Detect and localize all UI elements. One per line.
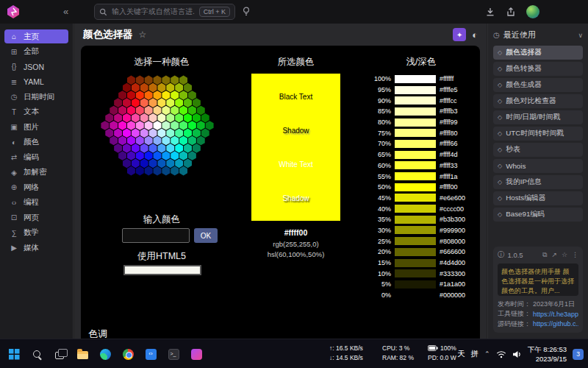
- hex-cell[interactable]: [123, 83, 131, 93]
- hex-cell[interactable]: [201, 113, 209, 123]
- hex-cell[interactable]: [136, 106, 144, 116]
- hex-cell[interactable]: [118, 151, 126, 160]
- hex-cell[interactable]: [184, 144, 192, 153]
- hex-cell[interactable]: [166, 128, 174, 138]
- sidebar-item-color[interactable]: ◐颜色: [4, 135, 68, 149]
- sidebar-item-text[interactable]: T文本: [4, 105, 68, 119]
- hex-cell[interactable]: [149, 128, 157, 138]
- hex-cell[interactable]: [162, 151, 170, 160]
- shade-swatch[interactable]: [395, 216, 436, 224]
- hex-cell[interactable]: [149, 98, 157, 107]
- hex-cell[interactable]: [132, 159, 140, 169]
- shade-swatch[interactable]: [395, 107, 436, 116]
- volume-icon[interactable]: [512, 350, 522, 358]
- shade-swatch[interactable]: [395, 291, 436, 300]
- hex-cell[interactable]: [157, 98, 165, 107]
- shade-swatch[interactable]: [395, 118, 436, 127]
- hex-cell[interactable]: [145, 91, 153, 100]
- hex-cell[interactable]: [140, 113, 148, 123]
- hex-cell[interactable]: [171, 91, 179, 100]
- hex-cell[interactable]: [171, 121, 179, 130]
- app-logo-icon[interactable]: [6, 4, 21, 19]
- shade-swatch[interactable]: [395, 205, 436, 213]
- taskbar-app-edge[interactable]: [95, 343, 115, 365]
- hex-cell[interactable]: [179, 151, 187, 160]
- hex-cell[interactable]: [206, 121, 214, 130]
- taskbar-app-taskview[interactable]: [49, 343, 70, 365]
- hex-cell[interactable]: [127, 136, 135, 146]
- hex-cell[interactable]: [162, 106, 170, 116]
- hex-cell[interactable]: [145, 151, 153, 160]
- recent-item-color-generator[interactable]: ◇颜色生成器: [493, 78, 583, 92]
- more-icon[interactable]: ⋮: [572, 251, 578, 259]
- hidden-icons-chevron[interactable]: ⌃: [484, 350, 490, 358]
- hex-cell[interactable]: [179, 136, 187, 146]
- theme-toggle-icon[interactable]: ◐: [472, 29, 478, 40]
- html5-color-input[interactable]: [123, 265, 201, 275]
- hex-color-picker[interactable]: [97, 72, 218, 179]
- hex-cell[interactable]: [136, 121, 144, 130]
- hex-cell[interactable]: [171, 106, 179, 116]
- shade-swatch[interactable]: [395, 183, 436, 191]
- shade-swatch[interactable]: [395, 129, 436, 137]
- wifi-icon[interactable]: [496, 350, 506, 358]
- shade-swatch[interactable]: [395, 86, 436, 94]
- share-icon[interactable]: [506, 7, 516, 17]
- recent-item-color-picker[interactable]: ◇颜色选择器: [493, 46, 583, 60]
- shade-swatch[interactable]: [395, 161, 436, 169]
- hex-cell[interactable]: [132, 113, 140, 123]
- hex-cell[interactable]: [132, 98, 140, 107]
- hex-cell[interactable]: [162, 121, 170, 130]
- clock[interactable]: 下午 8:26:53 2023/9/15: [528, 344, 567, 364]
- sidebar-item-media[interactable]: ▶媒体: [4, 241, 68, 255]
- shade-swatch[interactable]: [395, 140, 436, 148]
- shade-swatch[interactable]: [395, 280, 436, 289]
- hex-cell[interactable]: [118, 106, 126, 116]
- weather-widget[interactable]: 天: [457, 349, 465, 359]
- hex-cell[interactable]: [184, 113, 192, 123]
- recent-item-color-converter[interactable]: ◇颜色转换器: [493, 62, 583, 76]
- hex-cell[interactable]: [154, 136, 162, 146]
- global-search[interactable]: 输入关键字或自然语言进... Ctrl + K: [94, 4, 235, 20]
- hex-cell[interactable]: [188, 136, 196, 146]
- sidebar-item-network[interactable]: ⊕网络: [4, 180, 68, 194]
- hex-cell[interactable]: [179, 91, 187, 100]
- favorite-star-icon[interactable]: ☆: [139, 29, 147, 40]
- hex-cell[interactable]: [154, 151, 162, 160]
- lab-badge-icon[interactable]: ✦: [453, 28, 466, 41]
- hex-cell[interactable]: [127, 166, 135, 176]
- hex-cell[interactable]: [136, 166, 144, 176]
- taskbar-app-he3[interactable]: [186, 343, 207, 365]
- selected-color-box[interactable]: Black TextShadowWhite TextShadow: [251, 74, 340, 221]
- hex-cell[interactable]: [162, 91, 170, 100]
- hex-cell[interactable]: [140, 98, 148, 107]
- taskbar-app-chrome[interactable]: [118, 343, 138, 365]
- hex-cell[interactable]: [197, 136, 205, 146]
- hex-cell[interactable]: [193, 144, 201, 153]
- hex-cell[interactable]: [136, 136, 144, 146]
- hex-cell[interactable]: [149, 83, 157, 93]
- hex-cell[interactable]: [149, 113, 157, 123]
- hex-cell[interactable]: [175, 144, 183, 153]
- hex-cell[interactable]: [149, 144, 157, 153]
- hex-cell[interactable]: [157, 159, 165, 169]
- hex-cell[interactable]: [166, 159, 174, 169]
- hex-cell[interactable]: [197, 106, 205, 116]
- sidebar-item-datetime[interactable]: ◷日期时间: [4, 90, 68, 104]
- hex-cell[interactable]: [140, 144, 148, 153]
- color-input[interactable]: [122, 228, 190, 243]
- hex-cell[interactable]: [166, 113, 174, 123]
- hex-cell[interactable]: [118, 121, 126, 130]
- hex-cell[interactable]: [184, 83, 192, 93]
- shade-swatch[interactable]: [395, 75, 436, 83]
- sidebar-item-image[interactable]: ▣图片: [4, 120, 68, 134]
- hex-cell[interactable]: [184, 98, 192, 107]
- ok-button[interactable]: OK: [194, 228, 218, 243]
- hex-cell[interactable]: [154, 76, 162, 85]
- hex-cell[interactable]: [162, 166, 170, 176]
- hex-cell[interactable]: [184, 128, 192, 138]
- hex-cell[interactable]: [162, 76, 170, 85]
- sidebar-item-home[interactable]: ⌂主页: [4, 29, 68, 43]
- hex-cell[interactable]: [157, 83, 165, 93]
- hex-cell[interactable]: [132, 83, 140, 93]
